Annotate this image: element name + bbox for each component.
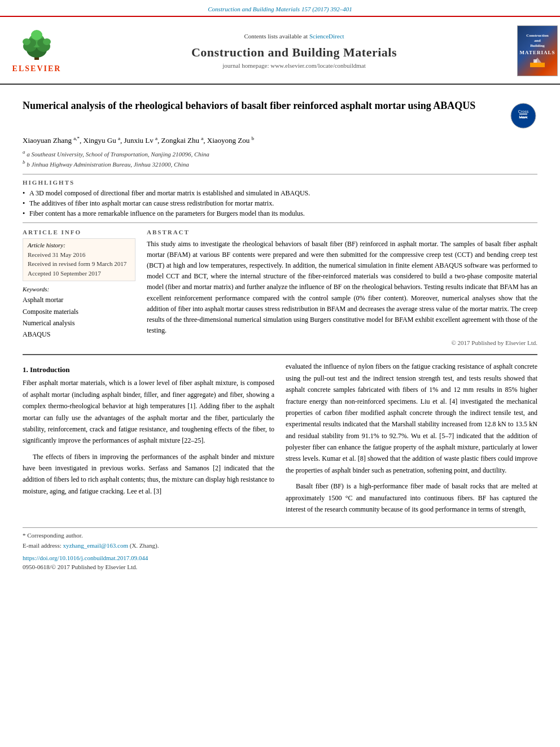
body-para-2: The effects of fibers in improving the p… bbox=[23, 451, 274, 497]
history-block: Article history: Received 31 May 2016 Re… bbox=[23, 238, 135, 282]
body-para-right-1: evaluated the influence of nylon fibers … bbox=[286, 361, 537, 476]
email-link[interactable]: xyzhang_email@163.com bbox=[63, 542, 128, 549]
affiliation-b: b b Jinhua Highway Administration Bureau… bbox=[23, 159, 537, 169]
keyword-1: Asphalt mortar bbox=[23, 294, 135, 305]
journal-citation: Construction and Building Materials 157 … bbox=[208, 6, 352, 12]
info-abstract-row: ARTICLE INFO Article history: Received 3… bbox=[23, 229, 537, 347]
section-1-heading: 1. Introduction bbox=[23, 365, 274, 374]
article-title: Numerical analysis of the rheological be… bbox=[23, 99, 509, 113]
page: Construction and Building Materials 157 … bbox=[0, 0, 560, 747]
abstract-col: ABSTRACT This study aims to investigate … bbox=[147, 229, 537, 347]
article-info-label: ARTICLE INFO bbox=[23, 229, 135, 235]
abstract-text: This study aims to investigate the rheol… bbox=[147, 239, 537, 337]
journal-thumb: ConstructionandBuilding MATERIALS bbox=[515, 23, 560, 79]
body-para-1: Fiber asphalt mortar materials, which is… bbox=[23, 377, 274, 446]
elsevier-tree-icon bbox=[14, 28, 59, 62]
svg-point-7 bbox=[23, 38, 30, 45]
email-line: E-mail address: xyzhang_email@163.com (X… bbox=[23, 541, 537, 551]
body-col-right: evaluated the influence of nylon fibers … bbox=[286, 361, 537, 519]
journal-homepage: journal homepage: www.elsevier.com/locat… bbox=[222, 62, 365, 69]
revised-date: Received in revised form 9 March 2017 bbox=[28, 259, 130, 269]
abstract-label: ABSTRACT bbox=[147, 229, 537, 235]
svg-text:Cross: Cross bbox=[518, 110, 529, 113]
accepted-date: Accepted 10 September 2017 bbox=[28, 269, 130, 278]
copyright-line: © 2017 Published by Elsevier Ltd. bbox=[147, 339, 537, 346]
article-content: Numerical analysis of the rheological be… bbox=[0, 85, 560, 578]
header-center: Contents lists available at ScienceDirec… bbox=[73, 23, 515, 79]
journal-banner: Construction and Building Materials 157 … bbox=[0, 0, 560, 17]
body-text-right: evaluated the influence of nylon fibers … bbox=[286, 361, 537, 515]
keyword-2: Composite materials bbox=[23, 306, 135, 317]
divider-2 bbox=[23, 222, 537, 223]
body-para-right-2: Basalt fiber (BF) is a high-performance … bbox=[286, 480, 537, 515]
issn-line: 0950-0618/© 2017 Published by Elsevier L… bbox=[23, 562, 537, 573]
svg-point-9 bbox=[31, 30, 42, 40]
journal-title-header: Construction and Building Materials bbox=[191, 45, 397, 60]
received-date: Received 31 May 2016 bbox=[28, 250, 130, 260]
footnote-section: * Corresponding author. E-mail address: … bbox=[23, 527, 537, 572]
body-divider bbox=[23, 354, 537, 355]
authors-line: Xiaoyuan Zhang a,*, Xingyu Gu a, Junxiu … bbox=[23, 136, 537, 145]
highlights-section: HIGHLIGHTS A 3D model composed of direct… bbox=[23, 179, 537, 218]
divider-1 bbox=[23, 174, 537, 174]
history-title: Article history: bbox=[28, 242, 130, 248]
journal-thumb-box: ConstructionandBuilding MATERIALS bbox=[517, 25, 558, 76]
svg-point-8 bbox=[43, 38, 51, 45]
body-text-left: Fiber asphalt mortar materials, which is… bbox=[23, 377, 274, 497]
highlight-item-2: The additives of fiber into asphalt mort… bbox=[23, 199, 537, 208]
doi-link[interactable]: https://doi.org/10.1016/j.conbuildmat.20… bbox=[23, 554, 148, 561]
article-info-col: ARTICLE INFO Article history: Received 3… bbox=[23, 229, 135, 347]
thumb-text-top: ConstructionandBuilding bbox=[526, 33, 548, 49]
keywords-title: Keywords: bbox=[23, 286, 135, 292]
article-title-section: Numerical analysis of the rheological be… bbox=[23, 99, 537, 130]
thumb-text-mat: MATERIALS bbox=[520, 50, 555, 55]
elsevier-logo: ELSEVIER bbox=[0, 23, 73, 79]
crossmark-badge: Cross Mark bbox=[509, 102, 537, 130]
body-two-col: 1. Introduction Fiber asphalt mortar mat… bbox=[23, 361, 537, 519]
affiliations: a a Southeast University, School of Tran… bbox=[23, 148, 537, 169]
sciencedirect-link[interactable]: ScienceDirect bbox=[309, 33, 344, 40]
contents-line: Contents lists available at ScienceDirec… bbox=[244, 33, 344, 40]
highlight-item-3: Fiber content has a more remarkable infl… bbox=[23, 209, 537, 218]
keyword-3: Numerical analysis bbox=[23, 317, 135, 329]
corresponding-author: * Corresponding author. bbox=[23, 531, 537, 541]
highlight-item-1: A 3D model composed of directional fiber… bbox=[23, 189, 537, 198]
thumb-icon bbox=[529, 57, 546, 68]
keyword-4: ABAQUS bbox=[23, 329, 135, 340]
highlights-label: HIGHLIGHTS bbox=[23, 179, 537, 186]
affiliation-a: a a Southeast University, School of Tran… bbox=[23, 148, 537, 159]
svg-rect-10 bbox=[530, 63, 545, 67]
body-col-left: 1. Introduction Fiber asphalt mortar mat… bbox=[23, 361, 274, 519]
header-section: ELSEVIER Contents lists available at Sci… bbox=[0, 17, 560, 85]
elsevier-label: ELSEVIER bbox=[12, 64, 62, 73]
keywords-block: Keywords: Asphalt mortar Composite mater… bbox=[23, 286, 135, 340]
